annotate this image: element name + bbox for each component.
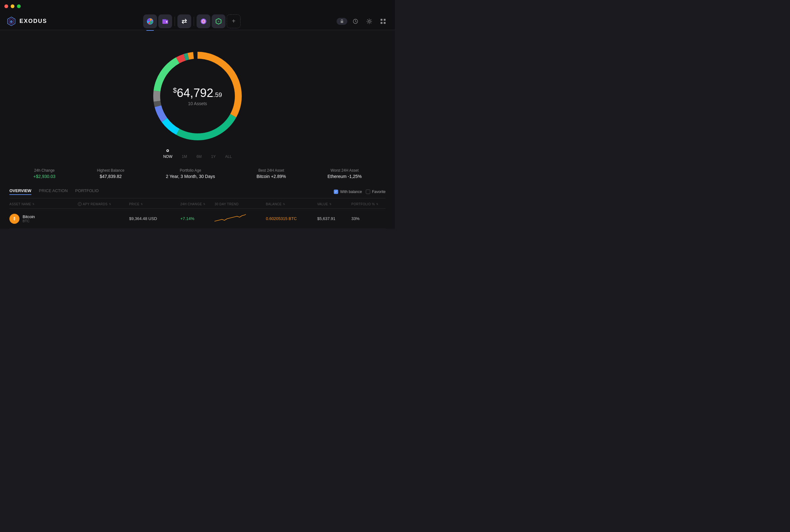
btc-trend — [214, 212, 266, 225]
svg-text:₿: ₿ — [14, 217, 15, 221]
sort-icon-portfolio: ⇅ — [376, 203, 379, 206]
portfolio-section: $64,792.59 10 Assets NOW 1M 6M 1Y ALL — [0, 36, 395, 188]
add-icon: + — [232, 18, 236, 25]
sort-icon-value: ⇅ — [330, 203, 332, 206]
th-balance[interactable]: BALANCE ⇅ — [266, 202, 317, 206]
asset-cell-btc: ₿ Bitcoin BTC — [10, 214, 78, 224]
nav-exchange-btn[interactable] — [177, 15, 191, 28]
stat-label-age: Portfolio Age — [166, 168, 215, 173]
stat-value-24h: +$2,930.03 — [33, 174, 55, 179]
th-30day-trend: 30 DAY TREND — [214, 202, 266, 206]
history-btn[interactable] — [350, 16, 361, 27]
svg-rect-14 — [380, 22, 382, 24]
amount-cents: .59 — [213, 91, 222, 98]
btc-name: Bitcoin — [23, 214, 35, 219]
stat-worst-asset: Worst 24H Asset Ethereum -1,25% — [327, 168, 362, 179]
timeline-6m[interactable]: 6M — [196, 154, 202, 159]
main-content: $64,792.59 10 Assets NOW 1M 6M 1Y ALL — [0, 30, 395, 229]
svg-text:+: + — [218, 20, 220, 23]
earn-icon: + — [215, 18, 222, 25]
stat-portfolio-age: Portfolio Age 2 Year, 3 Month, 30 Days — [166, 168, 215, 179]
nav-nft-btn[interactable] — [196, 15, 210, 28]
maximize-dot[interactable] — [17, 4, 21, 8]
filter-favorite[interactable]: Favorite — [366, 190, 385, 194]
th-asset-name[interactable]: ASSET NAME ⇅ — [10, 202, 78, 206]
nav-divider-2 — [194, 17, 194, 26]
tab-price-action[interactable]: PRICE ACTION — [39, 188, 68, 195]
info-icon: ? — [78, 202, 82, 206]
stat-label-24h: 24h Change — [33, 168, 55, 173]
sort-icon-change: ⇅ — [203, 203, 206, 206]
th-24h-change[interactable]: 24H CHANGE ⇅ — [181, 202, 215, 206]
favorite-checkbox[interactable] — [366, 190, 370, 194]
stat-value-age: 2 Year, 3 Month, 30 Days — [166, 174, 215, 179]
donut-chart: $64,792.59 10 Assets — [144, 43, 251, 149]
portfolio-amount: $64,792.59 — [173, 86, 222, 100]
sort-icon-price: ⇅ — [141, 203, 143, 206]
lock-toggle[interactable] — [337, 18, 347, 25]
tab-overview[interactable]: OVERVIEW — [10, 188, 32, 195]
th-portfolio[interactable]: PORTFOLIO % ⇅ — [351, 202, 385, 206]
timeline-1m[interactable]: 1M — [182, 154, 187, 159]
filter-favorite-label: Favorite — [372, 190, 385, 194]
lock-icon — [340, 19, 344, 23]
th-value[interactable]: VALUE ⇅ — [317, 202, 351, 206]
th-apy-rewards[interactable]: ? APY REWARDS ⇅ — [78, 202, 129, 206]
top-nav: EXODUS — [0, 13, 395, 30]
tab-portfolio[interactable]: PORTFOLIO — [75, 188, 99, 195]
nav-earn-btn[interactable]: + — [212, 15, 225, 28]
nav-add-btn[interactable]: + — [227, 15, 241, 28]
btc-balance: 0.60205315 BTC — [266, 216, 317, 221]
btc-price: $9,364.48 USD — [129, 216, 180, 221]
table-section: OVERVIEW PRICE ACTION PORTFOLIO ✓ With b… — [0, 188, 395, 229]
gear-icon — [366, 19, 372, 24]
close-dot[interactable] — [4, 4, 8, 8]
exodus-logo-icon — [6, 16, 16, 26]
nav-center: + + — [143, 15, 241, 28]
tabs-right: ✓ With balance Favorite — [334, 190, 385, 194]
stats-row: 24h Change +$2,930.03 Highest Balance $4… — [0, 162, 395, 185]
stat-value-highest: $47,839.82 — [97, 174, 124, 179]
portfolio-icon — [147, 18, 153, 25]
logo-text: EXODUS — [19, 18, 47, 24]
svg-point-7 — [201, 19, 206, 24]
stat-value-worst: Ethereum -1,25% — [327, 174, 362, 179]
settings-btn[interactable] — [363, 16, 375, 27]
nav-wallet-btn[interactable] — [158, 15, 172, 28]
btc-value: $5,637.91 — [317, 216, 351, 221]
svg-rect-6 — [162, 19, 166, 20]
assets-count: 10 Assets — [173, 101, 222, 106]
stat-label-highest: Highest Balance — [97, 168, 124, 173]
timeline-now[interactable]: NOW — [163, 154, 172, 159]
sort-icon-asset: ⇅ — [32, 203, 35, 206]
nft-icon — [200, 18, 207, 25]
history-icon — [353, 19, 358, 24]
with-balance-checkbox[interactable]: ✓ — [334, 190, 338, 194]
timeline-1y[interactable]: 1Y — [211, 154, 216, 159]
sort-icon-balance: ⇅ — [283, 203, 285, 206]
stat-label-best: Best 24H Asset — [257, 168, 286, 173]
minimize-dot[interactable] — [11, 4, 15, 8]
apps-btn[interactable] — [377, 16, 389, 27]
tabs-left: OVERVIEW PRICE ACTION PORTFOLIO — [10, 188, 99, 195]
nav-divider — [174, 17, 175, 26]
titlebar — [0, 0, 395, 13]
sort-icon-apy: ⇅ — [109, 203, 111, 206]
grid-icon — [380, 19, 386, 24]
stat-24h-change: 24h Change +$2,930.03 — [33, 168, 55, 179]
timeline-dot — [166, 149, 169, 152]
stat-value-best: Bitcoin +2.89% — [257, 174, 286, 179]
btc-portfolio: 33% — [351, 216, 385, 221]
nav-portfolio-btn[interactable] — [143, 15, 157, 28]
table-row[interactable]: ₿ Bitcoin BTC $9,364.48 USD +7.14% 0.602… — [10, 209, 385, 229]
th-price[interactable]: PRICE ⇅ — [129, 202, 180, 206]
donut-center: $64,792.59 10 Assets — [173, 86, 222, 106]
svg-rect-5 — [166, 21, 167, 23]
svg-rect-15 — [384, 22, 385, 24]
svg-marker-2 — [10, 20, 13, 23]
filter-with-balance[interactable]: ✓ With balance — [334, 190, 362, 194]
timeline-all[interactable]: ALL — [225, 154, 232, 159]
logo: EXODUS — [6, 16, 47, 26]
amount-main: 64,792 — [177, 86, 213, 99]
timeline: NOW 1M 6M 1Y ALL — [163, 154, 232, 159]
